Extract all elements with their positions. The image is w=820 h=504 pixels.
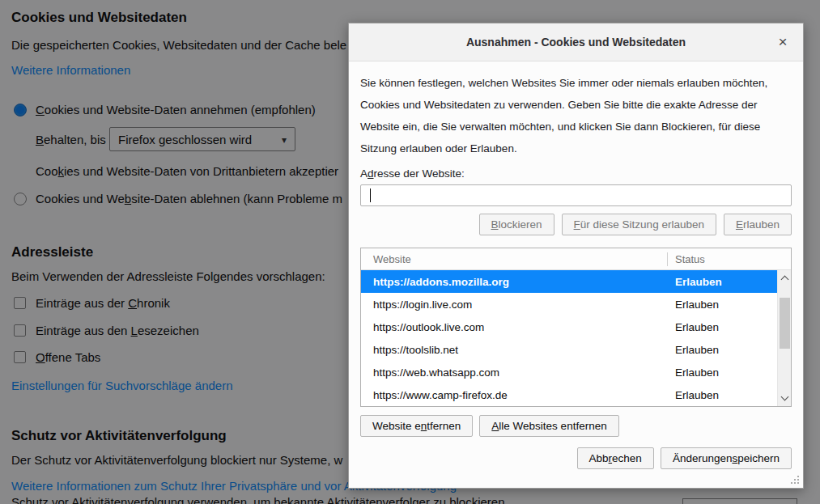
table-scrollbar[interactable] <box>777 270 791 406</box>
row-website: https://toolslib.net <box>361 344 458 356</box>
row-status: Erlauben <box>675 299 719 311</box>
column-header-status[interactable]: Status <box>675 253 705 265</box>
text-caret <box>370 188 371 202</box>
row-status: Erlauben <box>675 276 722 288</box>
allow-session-button[interactable]: Für diese Sitzung erlauben <box>562 214 716 235</box>
dialog-titlebar: Ausnahmen - Cookies und Websitedaten × <box>349 23 803 61</box>
row-status: Erlauben <box>675 321 719 333</box>
address-input[interactable] <box>360 184 792 206</box>
row-website: https://login.live.com <box>361 299 472 311</box>
exceptions-table: Website Status https://addons.mozilla.or… <box>360 248 792 407</box>
row-website: https://web.whatsapp.com <box>361 366 499 379</box>
cancel-button[interactable]: Abbrechen <box>577 447 654 469</box>
exceptions-dialog: Ausnahmen - Cookies und Websitedaten × S… <box>348 23 804 489</box>
dialog-description: Sie können festlegen, welchen Websites S… <box>360 72 792 159</box>
table-row[interactable]: https://www.camp-firefox.de Erlauben <box>361 383 777 406</box>
table-row[interactable]: https://outlook.live.com Erlauben <box>361 316 777 338</box>
remove-website-button[interactable]: Website entfernen <box>360 415 473 437</box>
table-row[interactable]: https://addons.mozilla.org Erlauben <box>361 270 777 293</box>
save-changes-button[interactable]: Änderungen speichern <box>661 447 792 469</box>
table-row[interactable]: https://login.live.com Erlauben <box>361 293 777 316</box>
row-status: Erlauben <box>675 344 719 356</box>
row-website: https://www.camp-firefox.de <box>361 389 508 401</box>
block-button[interactable]: Blockieren <box>479 214 554 235</box>
address-label: Adresse der Website: <box>360 167 792 180</box>
scroll-up-icon[interactable] <box>781 276 789 284</box>
table-rows: https://addons.mozilla.org Erlauben http… <box>361 270 777 406</box>
table-header: Website Status <box>361 248 791 270</box>
row-status: Erlauben <box>675 366 719 379</box>
column-header-website[interactable]: Website <box>361 253 411 265</box>
row-website: https://addons.mozilla.org <box>361 276 509 288</box>
dialog-title: Ausnahmen - Cookies und Websitedaten <box>466 36 686 49</box>
remove-all-websites-button[interactable]: Alle Websites entfernen <box>479 415 618 437</box>
column-separator[interactable] <box>667 252 668 266</box>
resize-grip[interactable] <box>797 482 799 484</box>
allow-button[interactable]: Erlauben <box>724 214 792 235</box>
scroll-down-icon[interactable] <box>781 393 789 401</box>
row-website: https://outlook.live.com <box>361 321 484 333</box>
table-row[interactable]: https://web.whatsapp.com Erlauben <box>361 361 777 383</box>
close-icon[interactable]: × <box>773 32 792 52</box>
scrollbar-thumb[interactable] <box>780 298 790 349</box>
table-row[interactable]: https://toolslib.net Erlauben <box>361 338 777 361</box>
row-status: Erlauben <box>675 389 719 401</box>
